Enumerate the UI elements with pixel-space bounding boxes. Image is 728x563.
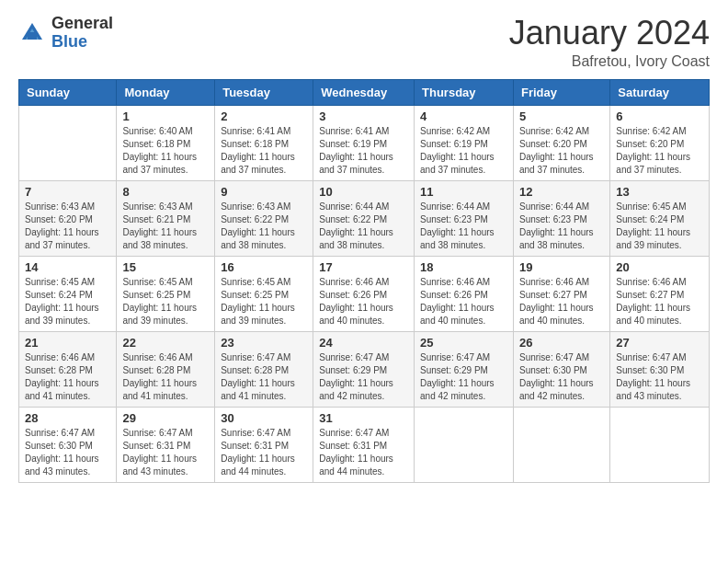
calendar-cell: 26Sunrise: 6:47 AM Sunset: 6:30 PM Dayli…: [513, 331, 609, 407]
logo-icon: [18, 19, 46, 47]
day-info: Sunrise: 6:45 AM Sunset: 6:24 PM Dayligh…: [616, 201, 703, 252]
calendar-cell: 24Sunrise: 6:47 AM Sunset: 6:29 PM Dayli…: [313, 331, 415, 407]
day-number: 30: [221, 411, 307, 425]
day-number: 1: [122, 109, 209, 123]
day-number: 17: [319, 260, 408, 274]
day-number: 21: [25, 336, 110, 350]
calendar-cell: 2Sunrise: 6:41 AM Sunset: 6:18 PM Daylig…: [215, 105, 313, 180]
day-number: 9: [221, 185, 307, 199]
day-number: 22: [122, 336, 209, 350]
calendar-week-4: 21Sunrise: 6:46 AM Sunset: 6:28 PM Dayli…: [19, 331, 710, 407]
col-sunday: Sunday: [19, 79, 117, 105]
day-info: Sunrise: 6:47 AM Sunset: 6:31 PM Dayligh…: [319, 427, 408, 478]
day-info: Sunrise: 6:46 AM Sunset: 6:27 PM Dayligh…: [616, 276, 703, 327]
calendar-week-3: 14Sunrise: 6:45 AM Sunset: 6:24 PM Dayli…: [19, 256, 710, 331]
day-info: Sunrise: 6:45 AM Sunset: 6:24 PM Dayligh…: [25, 276, 110, 327]
calendar-body: 1Sunrise: 6:40 AM Sunset: 6:18 PM Daylig…: [19, 105, 710, 482]
col-monday: Monday: [117, 79, 215, 105]
day-number: 4: [420, 109, 507, 123]
calendar-cell: 28Sunrise: 6:47 AM Sunset: 6:30 PM Dayli…: [19, 407, 117, 482]
location-subtitle: Bafretou, Ivory Coast: [509, 53, 710, 70]
calendar-cell: 6Sunrise: 6:42 AM Sunset: 6:20 PM Daylig…: [610, 105, 710, 180]
logo: General Blue: [18, 15, 113, 52]
day-info: Sunrise: 6:42 AM Sunset: 6:20 PM Dayligh…: [519, 125, 604, 177]
day-info: Sunrise: 6:46 AM Sunset: 6:26 PM Dayligh…: [319, 276, 408, 327]
day-number: 25: [420, 336, 507, 350]
calendar-cell: 3Sunrise: 6:41 AM Sunset: 6:19 PM Daylig…: [313, 105, 415, 180]
day-number: 27: [616, 336, 703, 350]
day-info: Sunrise: 6:46 AM Sunset: 6:27 PM Dayligh…: [519, 276, 604, 327]
calendar-cell: [19, 105, 117, 180]
calendar-cell: 27Sunrise: 6:47 AM Sunset: 6:30 PM Dayli…: [610, 331, 710, 407]
day-number: 20: [616, 260, 703, 274]
calendar-cell: 23Sunrise: 6:47 AM Sunset: 6:28 PM Dayli…: [215, 331, 313, 407]
calendar-cell: 30Sunrise: 6:47 AM Sunset: 6:31 PM Dayli…: [215, 407, 313, 482]
day-number: 8: [122, 185, 209, 199]
day-info: Sunrise: 6:44 AM Sunset: 6:22 PM Dayligh…: [319, 201, 408, 252]
day-number: 13: [616, 185, 703, 199]
logo-text: General Blue: [51, 15, 113, 52]
day-info: Sunrise: 6:45 AM Sunset: 6:25 PM Dayligh…: [122, 276, 209, 327]
day-info: Sunrise: 6:43 AM Sunset: 6:20 PM Dayligh…: [25, 201, 110, 252]
day-info: Sunrise: 6:41 AM Sunset: 6:19 PM Dayligh…: [319, 125, 408, 177]
day-number: 7: [25, 185, 110, 199]
calendar-cell: 9Sunrise: 6:43 AM Sunset: 6:22 PM Daylig…: [215, 180, 313, 256]
day-number: 12: [519, 185, 604, 199]
day-number: 6: [616, 109, 703, 123]
day-number: 23: [221, 336, 307, 350]
day-info: Sunrise: 6:46 AM Sunset: 6:28 PM Dayligh…: [25, 351, 110, 403]
calendar-cell: 15Sunrise: 6:45 AM Sunset: 6:25 PM Dayli…: [117, 256, 215, 331]
calendar-cell: 29Sunrise: 6:47 AM Sunset: 6:31 PM Dayli…: [117, 407, 215, 482]
title-block: January 2024 Bafretou, Ivory Coast: [509, 15, 710, 70]
month-title: January 2024: [509, 15, 710, 52]
calendar-cell: [610, 407, 710, 482]
calendar-cell: 17Sunrise: 6:46 AM Sunset: 6:26 PM Dayli…: [313, 256, 415, 331]
day-number: 28: [25, 411, 110, 425]
day-number: 3: [319, 109, 408, 123]
day-number: 18: [420, 260, 507, 274]
page: General Blue January 2024 Bafretou, Ivor…: [0, 0, 728, 563]
day-info: Sunrise: 6:47 AM Sunset: 6:29 PM Dayligh…: [319, 351, 408, 403]
calendar-cell: 7Sunrise: 6:43 AM Sunset: 6:20 PM Daylig…: [19, 180, 117, 256]
calendar-cell: 10Sunrise: 6:44 AM Sunset: 6:22 PM Dayli…: [313, 180, 415, 256]
calendar-cell: 11Sunrise: 6:44 AM Sunset: 6:23 PM Dayli…: [415, 180, 514, 256]
day-number: 14: [25, 260, 110, 274]
day-info: Sunrise: 6:47 AM Sunset: 6:31 PM Dayligh…: [122, 427, 209, 478]
day-number: 10: [319, 185, 408, 199]
day-info: Sunrise: 6:47 AM Sunset: 6:30 PM Dayligh…: [519, 351, 604, 403]
day-number: 24: [319, 336, 408, 350]
logo-blue-text: Blue: [51, 33, 113, 52]
calendar-week-5: 28Sunrise: 6:47 AM Sunset: 6:30 PM Dayli…: [19, 407, 710, 482]
calendar-table: Sunday Monday Tuesday Wednesday Thursday…: [18, 79, 710, 483]
day-info: Sunrise: 6:42 AM Sunset: 6:20 PM Dayligh…: [616, 125, 703, 177]
day-number: 29: [122, 411, 209, 425]
calendar-cell: [415, 407, 514, 482]
header: General Blue January 2024 Bafretou, Ivor…: [18, 15, 710, 70]
calendar-cell: 21Sunrise: 6:46 AM Sunset: 6:28 PM Dayli…: [19, 331, 117, 407]
calendar-cell: 8Sunrise: 6:43 AM Sunset: 6:21 PM Daylig…: [117, 180, 215, 256]
header-row: Sunday Monday Tuesday Wednesday Thursday…: [19, 79, 710, 105]
calendar-cell: 31Sunrise: 6:47 AM Sunset: 6:31 PM Dayli…: [313, 407, 415, 482]
calendar-cell: 14Sunrise: 6:45 AM Sunset: 6:24 PM Dayli…: [19, 256, 117, 331]
calendar-cell: 12Sunrise: 6:44 AM Sunset: 6:23 PM Dayli…: [513, 180, 609, 256]
day-info: Sunrise: 6:41 AM Sunset: 6:18 PM Dayligh…: [221, 125, 307, 177]
calendar-cell: [513, 407, 609, 482]
day-info: Sunrise: 6:45 AM Sunset: 6:25 PM Dayligh…: [221, 276, 307, 327]
day-number: 19: [519, 260, 604, 274]
logo-general-text: General: [51, 15, 113, 33]
day-number: 11: [420, 185, 507, 199]
calendar-cell: 13Sunrise: 6:45 AM Sunset: 6:24 PM Dayli…: [610, 180, 710, 256]
calendar-cell: 1Sunrise: 6:40 AM Sunset: 6:18 PM Daylig…: [117, 105, 215, 180]
day-info: Sunrise: 6:43 AM Sunset: 6:21 PM Dayligh…: [122, 201, 209, 252]
calendar-cell: 18Sunrise: 6:46 AM Sunset: 6:26 PM Dayli…: [415, 256, 514, 331]
day-number: 15: [122, 260, 209, 274]
day-number: 31: [319, 411, 408, 425]
day-info: Sunrise: 6:47 AM Sunset: 6:30 PM Dayligh…: [616, 351, 703, 403]
day-info: Sunrise: 6:44 AM Sunset: 6:23 PM Dayligh…: [519, 201, 604, 252]
calendar-cell: 20Sunrise: 6:46 AM Sunset: 6:27 PM Dayli…: [610, 256, 710, 331]
col-tuesday: Tuesday: [215, 79, 313, 105]
calendar-week-2: 7Sunrise: 6:43 AM Sunset: 6:20 PM Daylig…: [19, 180, 710, 256]
day-info: Sunrise: 6:40 AM Sunset: 6:18 PM Dayligh…: [122, 125, 209, 177]
day-number: 16: [221, 260, 307, 274]
col-thursday: Thursday: [415, 79, 514, 105]
